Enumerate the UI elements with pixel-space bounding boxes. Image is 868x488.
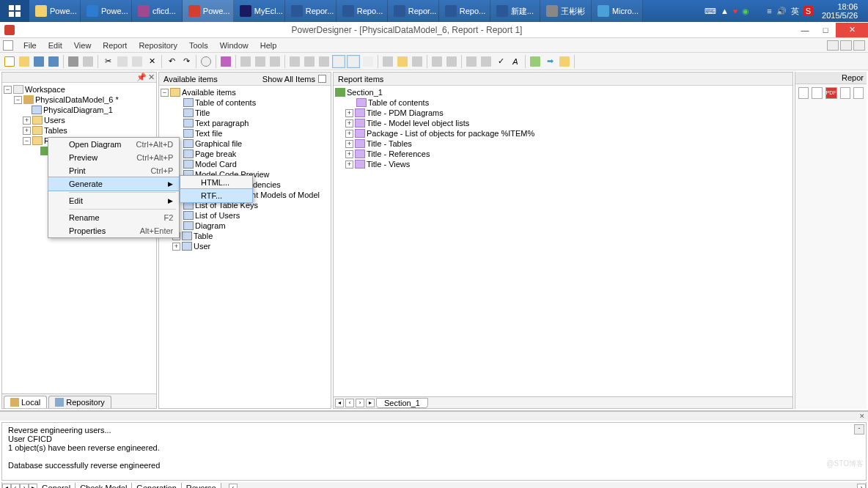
taskbar-item[interactable]: Powe... [183,0,234,22]
save-button[interactable] [32,55,45,68]
close-icon[interactable]: ✕ [859,413,865,420]
available-item[interactable]: Table of contents [161,97,329,108]
menu-window[interactable]: Window [214,40,254,51]
tb-button[interactable] [529,55,542,68]
available-item[interactable]: Title [161,108,329,118]
taskbar-item[interactable]: Micro... [592,0,643,22]
menu-tools[interactable]: Tools [183,40,214,51]
tb-button[interactable] [268,55,282,68]
tb-button[interactable] [361,55,375,68]
report-item[interactable]: +Package - List of objects for package %… [335,128,791,138]
tray-icon[interactable]: S [803,6,813,16]
saveall-button[interactable] [47,55,60,68]
tb-button[interactable] [558,55,571,68]
available-item[interactable]: Page break [161,149,329,159]
taskbar-item[interactable]: cficd... [132,0,183,22]
tool-icon[interactable] [853,87,864,99]
tb-button[interactable]: ✓ [494,55,507,68]
ctx-print[interactable]: PrintCtrl+P [48,164,179,177]
ctx-edit[interactable]: Edit▶ [48,194,179,207]
show-all-checkbox[interactable] [318,75,326,83]
tool-icon[interactable] [840,87,850,99]
undo-button[interactable]: ↶ [165,55,178,68]
out-nav-prev[interactable]: ‹ [11,484,20,489]
menu-view[interactable]: View [68,40,98,51]
report-item[interactable]: +Title - References [335,149,791,159]
cut-button[interactable]: ✂ [101,55,114,68]
tab-nav-last[interactable]: ▸ [366,399,375,407]
output-tab-general[interactable]: General [37,483,76,489]
available-item[interactable]: Graphical file [161,138,329,149]
tree-folder-users[interactable]: +Users [4,115,155,125]
delete-button[interactable]: ✕ [145,55,158,68]
tb-button[interactable] [347,55,360,68]
pin-icon[interactable]: 📌 [136,73,147,82]
tray-icon[interactable]: ◉ [742,7,749,16]
tab-nav-next[interactable]: › [356,399,364,407]
tray-icon[interactable]: ▲ [721,7,729,15]
tb-button[interactable] [317,55,331,68]
tb-button[interactable] [219,55,232,68]
available-item[interactable]: +Table [161,231,329,241]
tb-button[interactable] [254,55,267,68]
output-tab-reverse[interactable]: Reverse [182,483,221,489]
paste-button[interactable] [130,55,144,68]
start-button[interactable] [0,0,29,22]
available-item[interactable]: +User [161,241,329,251]
taskbar-item[interactable]: Repo... [336,0,388,22]
taskbar-item[interactable]: 王彬彬 [540,0,592,22]
taskbar-item[interactable]: Powe... [29,0,81,22]
close-button[interactable]: ✕ [836,23,868,37]
menu-edit[interactable]: Edit [43,40,68,51]
tool-icon[interactable] [798,87,809,99]
tray-icon[interactable]: 🔊 [776,7,787,16]
tb-button[interactable] [288,55,301,68]
report-item[interactable]: +Title - Model level object lists [335,118,791,128]
out-nav-last[interactable]: ▸ [29,484,37,489]
tree-root[interactable]: −Workspace [4,84,155,95]
new-button[interactable] [3,55,16,68]
tray-icon[interactable]: 英 [791,6,799,17]
tb-button[interactable] [239,55,252,68]
tb-button[interactable] [465,55,478,68]
tb-button[interactable] [381,55,394,68]
tray-icon[interactable]: ≡ [767,7,771,15]
close-icon[interactable]: ✕ [148,73,155,82]
tb-button[interactable] [430,55,444,68]
tb-button[interactable]: A [509,55,522,68]
available-item[interactable]: Diagram [161,221,329,231]
taskbar-item[interactable]: Powe... [81,0,132,22]
ctx-preview[interactable]: PreviewCtrl+Alt+P [48,151,179,164]
available-item[interactable]: List of Users [161,210,329,221]
taskbar-item[interactable]: Repor... [285,0,336,22]
tray-icon[interactable]: ⌨ [705,7,716,16]
tab-local[interactable]: Local [4,396,47,408]
taskbar-clock[interactable]: 18:06 2015/5/26 [817,2,862,20]
report-item[interactable]: +Title - Views [335,159,791,169]
print-button[interactable] [67,55,80,68]
copy-button[interactable] [116,55,129,68]
report-item[interactable]: +Title - Tables [335,138,791,149]
tray-icon[interactable]: ♥ [733,7,738,15]
available-item[interactable]: Model Card [161,159,329,169]
ctx-properties[interactable]: PropertiesAlt+Enter [48,224,179,237]
find-button[interactable] [199,55,213,68]
ctx-open-diagram[interactable]: Open DiagramCtrl+Alt+D [48,138,179,151]
open-button[interactable] [18,55,31,68]
available-root[interactable]: −Available items [161,87,329,97]
tool-icon[interactable]: PDF [825,87,837,99]
redo-button[interactable]: ↷ [180,55,193,68]
output-tab-check-model[interactable]: Check Model [76,483,132,489]
tab-nav-first[interactable]: ◂ [335,399,344,407]
mdi-restore[interactable] [840,40,852,51]
tb-button[interactable] [332,55,345,68]
ctx-sub-rtf[interactable]: RTF... [180,188,253,203]
available-item[interactable]: Text paragraph [161,118,329,128]
tree-model[interactable]: −PhysicalDataModel_6 * [4,95,155,105]
ctx-rename[interactable]: RenameF2 [48,211,179,224]
mdi-close[interactable] [853,40,865,51]
taskbar-item[interactable]: Repor... [388,0,439,22]
tb-button[interactable] [396,55,409,68]
output-tab-generation[interactable]: Generation [132,483,181,489]
preview-button[interactable] [81,55,95,68]
